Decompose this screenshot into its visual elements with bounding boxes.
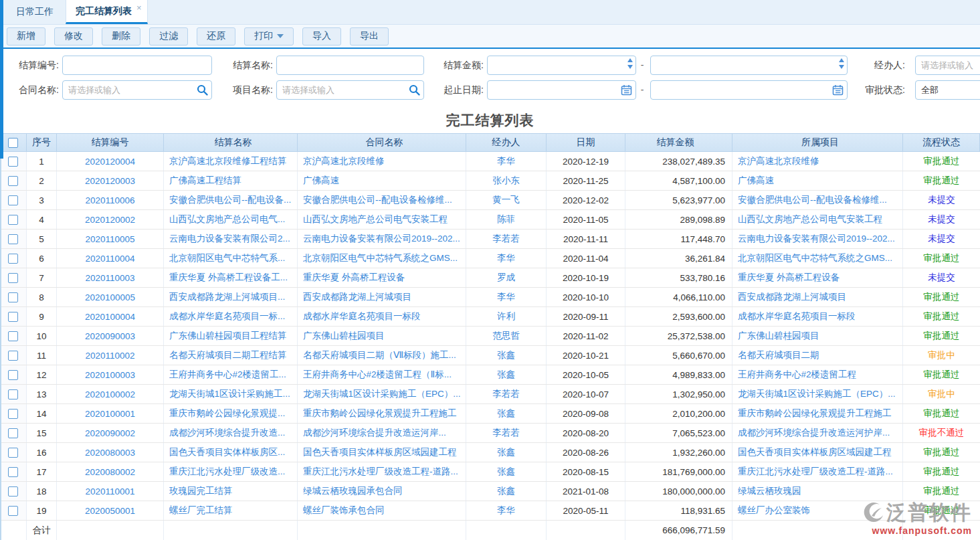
settlement-name-link[interactable]: 京沪高速北京段维修工程结算 <box>169 155 287 167</box>
tab-settlement-list[interactable]: 完工结算列表 × <box>66 0 148 24</box>
contract-name-link[interactable]: 广佛高速 <box>303 175 339 187</box>
project-link[interactable]: 重庆市鹅岭公园绿化景观提升工程施工 <box>738 408 892 420</box>
row-checkbox[interactable] <box>8 157 18 167</box>
project-link[interactable]: 绿城云栖玫瑰园 <box>738 485 801 497</box>
handler-link[interactable]: 李华 <box>497 155 515 167</box>
amount-to-input[interactable] <box>650 56 848 75</box>
import-button[interactable]: 导入 <box>302 27 341 46</box>
handler-link[interactable]: 李华 <box>497 291 515 303</box>
settlement-code-link[interactable]: 2020110006 <box>85 195 134 205</box>
settlement-name-link[interactable]: 安徽合肥供电公司--配电设备... <box>169 194 291 206</box>
settlement-no-input[interactable] <box>62 56 212 75</box>
row-checkbox[interactable] <box>8 370 18 380</box>
row-checkbox[interactable] <box>8 351 18 361</box>
contract-name-link[interactable]: 绿城云栖玫瑰园承包合同 <box>303 485 403 497</box>
settlement-name-link[interactable]: 螺丝厂完工结算 <box>169 505 233 517</box>
settlement-code-link[interactable]: 2020110004 <box>85 254 134 264</box>
project-name-input[interactable] <box>276 80 424 100</box>
project-link[interactable]: 螺丝厂办公室装饰 <box>738 505 810 517</box>
filter-button[interactable]: 过滤 <box>149 27 188 46</box>
contract-name-link[interactable]: 王府井商务中心#2楼遗留工程（Ⅱ标... <box>303 369 452 381</box>
handler-link[interactable]: 张鑫 <box>497 466 515 478</box>
contract-name-link[interactable]: 云南电力设备安装有限公司2019--202... <box>303 233 460 245</box>
handler-link[interactable]: 张小东 <box>492 175 520 187</box>
settlement-name-link[interactable]: 成都沙河环境综合提升改造... <box>169 427 285 439</box>
number-spinner[interactable] <box>839 58 844 69</box>
settlement-code-link[interactable]: 2020120004 <box>85 157 135 167</box>
spinner-down-icon[interactable] <box>627 65 633 69</box>
settlement-name-link[interactable]: 龙湖天街城1区设计采购施工... <box>169 388 290 400</box>
handler-link[interactable]: 陈菲 <box>497 213 515 226</box>
settlement-name-link[interactable]: 重庆市鹅岭公园绿化景观提... <box>169 408 285 420</box>
row-checkbox[interactable] <box>8 331 18 341</box>
settlement-code-link[interactable]: 2020110003 <box>85 273 134 283</box>
contract-name-link[interactable]: 重庆市鹅岭公园绿化景观提升工程施工 <box>303 408 457 420</box>
contract-name-link[interactable]: 国色天香项目实体样板房区域园建工程 <box>303 446 457 458</box>
search-icon[interactable] <box>197 84 208 96</box>
settlement-name-link[interactable]: 国色天香项目实体样板房区... <box>169 446 285 458</box>
contract-name-link[interactable]: 成都沙河环境综合提升改造运河岸... <box>303 427 446 439</box>
spinner-up-icon[interactable] <box>839 58 844 62</box>
search-icon[interactable] <box>409 84 420 96</box>
export-button[interactable]: 导出 <box>350 27 389 46</box>
calendar-icon[interactable] <box>621 84 632 96</box>
project-link[interactable]: 重庆江北污水处理厂级改造工程-道路... <box>738 466 893 478</box>
contract-name-link[interactable]: 螺丝厂装饰承包合同 <box>303 505 385 517</box>
contract-name-link[interactable]: 西安成都路龙湖上河城项目 <box>303 291 411 303</box>
handler-link[interactable]: 张鑫 <box>497 446 515 458</box>
row-checkbox[interactable] <box>8 273 18 283</box>
settlement-code-link[interactable]: 2020100005 <box>85 292 135 302</box>
settlement-name-link[interactable]: 广东佛山碧桂园项目工程结算 <box>169 330 287 342</box>
row-checkbox[interactable] <box>8 195 18 205</box>
settlement-code-link[interactable]: 2020100002 <box>85 389 135 399</box>
approval-status-select[interactable]: 全部 <box>915 80 980 100</box>
project-link[interactable]: 京沪高速北京段维修 <box>738 155 819 167</box>
contract-name-link[interactable]: 龙湖天街城1区设计采购施工（EPC）... <box>303 388 461 400</box>
row-checkbox[interactable] <box>8 409 18 419</box>
settlement-name-link[interactable]: 重庆江北污水处理厂级改造... <box>169 466 285 478</box>
handler-link[interactable]: 张鑫 <box>497 408 515 420</box>
amount-from-input[interactable] <box>487 56 636 75</box>
handler-link[interactable]: 黄一飞 <box>492 194 520 206</box>
number-spinner[interactable] <box>627 58 633 69</box>
settlement-code-link[interactable]: 2020090002 <box>85 428 135 438</box>
settlement-code-link[interactable]: 2020110005 <box>85 234 134 244</box>
select-all-checkbox[interactable] <box>8 138 18 148</box>
handler-link[interactable]: 张鑫 <box>497 369 515 381</box>
settlement-code-link[interactable]: 2020120002 <box>85 215 135 225</box>
handler-link[interactable]: 李若若 <box>492 388 520 400</box>
project-link[interactable]: 重庆华夏 外高桥工程设备 <box>738 272 840 284</box>
handler-link[interactable]: 李华 <box>497 252 515 264</box>
project-link[interactable]: 广佛高速 <box>738 175 774 187</box>
settlement-code-link[interactable]: 2020080003 <box>85 448 135 458</box>
tab-daily-work[interactable]: 日常工作 <box>4 0 66 24</box>
settlement-name-link[interactable]: 山西弘文房地产总公司电气... <box>169 213 285 226</box>
contract-name-link[interactable]: 成都水岸华庭名苑项目一标段 <box>303 310 421 323</box>
delete-button[interactable]: 删除 <box>102 27 140 46</box>
contract-name-link[interactable]: 重庆华夏 外高桥工程设备 <box>303 272 405 284</box>
settlement-code-link[interactable]: 2020050001 <box>85 506 135 516</box>
settlement-name-link[interactable]: 北京朝阳区电气中芯特气系... <box>169 252 285 264</box>
print-button[interactable]: 打印 <box>244 27 294 46</box>
project-link[interactable]: 名都天府城项目二期 <box>738 349 819 361</box>
handler-link[interactable]: 张鑫 <box>497 485 515 497</box>
settlement-code-link[interactable]: 2020080002 <box>85 467 135 477</box>
settlement-name-input[interactable] <box>276 56 424 75</box>
contract-name-input[interactable] <box>62 80 212 100</box>
contract-name-link[interactable]: 名都天府城项目二期（Ⅶ标段）施工... <box>303 349 456 361</box>
contract-name-link[interactable]: 重庆江北污水处理厂级改造工程-道路... <box>303 466 458 478</box>
project-link[interactable]: 云南电力设备安装有限公司2019--202... <box>738 233 895 245</box>
contract-name-link[interactable]: 山西弘文房地产总公司电气安装工程 <box>303 213 448 226</box>
settlement-code-link[interactable]: 2020100004 <box>85 312 135 322</box>
spinner-up-icon[interactable] <box>627 58 633 62</box>
row-checkbox[interactable] <box>8 176 18 186</box>
settlement-code-link[interactable]: 2020100003 <box>85 370 135 380</box>
row-checkbox[interactable] <box>8 215 18 225</box>
project-link[interactable]: 广东佛山碧桂园项目 <box>738 330 819 342</box>
handler-link[interactable]: 李华 <box>497 505 515 517</box>
project-link[interactable]: 成都沙河环境综合提升改造运河护岸... <box>738 427 890 439</box>
settlement-code-link[interactable]: 2020110002 <box>85 351 134 361</box>
row-checkbox[interactable] <box>8 428 18 438</box>
row-checkbox[interactable] <box>8 486 18 497</box>
settlement-code-link[interactable]: 2020100001 <box>85 409 135 419</box>
